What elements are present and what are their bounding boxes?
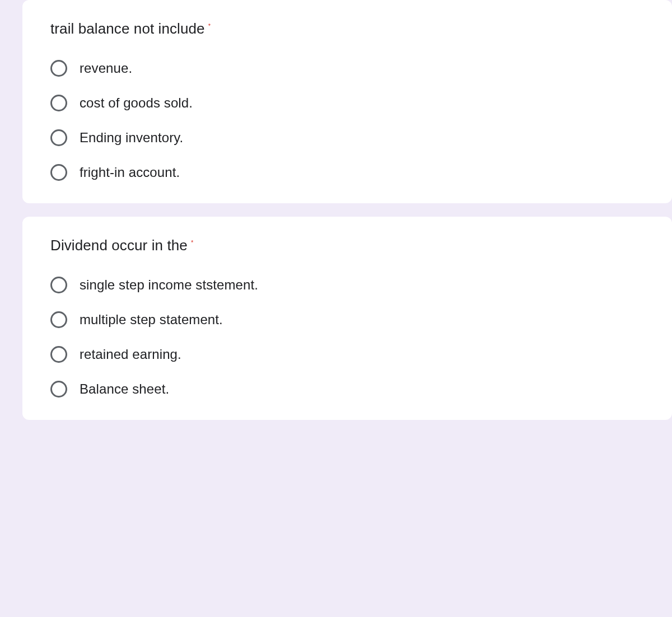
question-title: trail balance not include* bbox=[50, 20, 650, 38]
question-card-1: trail balance not include* revenue. cost… bbox=[22, 0, 672, 203]
question-text-2: Dividend occur in the bbox=[50, 237, 188, 254]
option-label: Balance sheet. bbox=[80, 381, 169, 397]
radio-option[interactable]: multiple step statement. bbox=[50, 311, 650, 328]
radio-circle-icon bbox=[50, 311, 67, 328]
required-marker-icon: * bbox=[191, 239, 193, 246]
radio-option[interactable]: fright-in account. bbox=[50, 164, 650, 181]
radio-option[interactable]: retained earning. bbox=[50, 346, 650, 363]
option-label: cost of goods sold. bbox=[80, 95, 193, 111]
radio-option[interactable]: Ending inventory. bbox=[50, 129, 650, 146]
question-card-2: Dividend occur in the* single step incom… bbox=[22, 217, 672, 420]
question-text-1: trail balance not include bbox=[50, 20, 205, 37]
radio-option[interactable]: cost of goods sold. bbox=[50, 95, 650, 111]
radio-circle-icon bbox=[50, 381, 67, 398]
option-label: single step income ststement. bbox=[80, 277, 258, 293]
option-label: fright-in account. bbox=[80, 165, 180, 180]
option-label: multiple step statement. bbox=[80, 312, 223, 328]
option-label: revenue. bbox=[80, 60, 132, 76]
radio-circle-icon bbox=[50, 164, 67, 181]
radio-circle-icon bbox=[50, 95, 67, 111]
radio-option[interactable]: single step income ststement. bbox=[50, 277, 650, 293]
radio-circle-icon bbox=[50, 277, 67, 293]
radio-circle-icon bbox=[50, 129, 67, 146]
question-title: Dividend occur in the* bbox=[50, 237, 650, 254]
radio-option[interactable]: revenue. bbox=[50, 60, 650, 77]
option-label: Ending inventory. bbox=[80, 130, 183, 146]
radio-option[interactable]: Balance sheet. bbox=[50, 381, 650, 398]
option-label: retained earning. bbox=[80, 347, 181, 362]
radio-circle-icon bbox=[50, 346, 67, 363]
required-marker-icon: * bbox=[208, 22, 211, 29]
radio-circle-icon bbox=[50, 60, 67, 77]
